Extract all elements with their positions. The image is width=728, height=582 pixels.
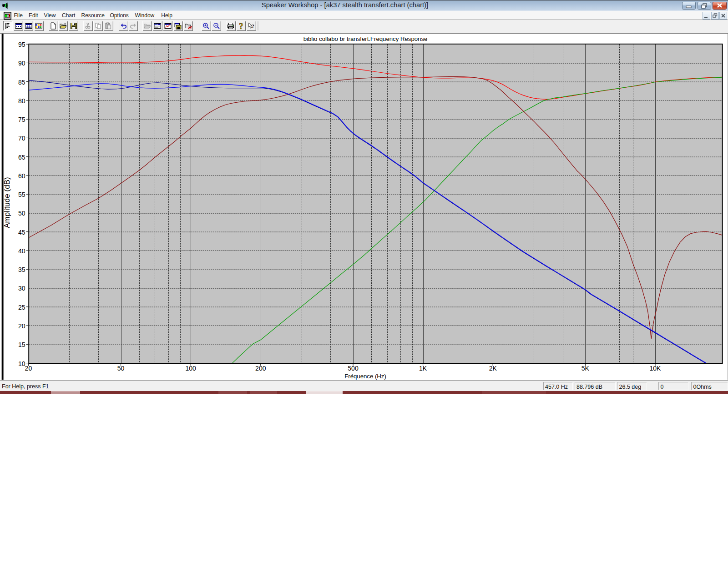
svg-text:200: 200 <box>255 365 266 372</box>
svg-text:35: 35 <box>18 266 25 274</box>
svg-text:50: 50 <box>18 210 25 217</box>
svg-text:Prop: Prop <box>155 24 158 25</box>
svg-text:55: 55 <box>18 191 25 199</box>
svg-text:60: 60 <box>18 172 25 180</box>
svg-text:20: 20 <box>25 365 32 372</box>
svg-text:80: 80 <box>18 97 25 105</box>
svg-text:500: 500 <box>348 365 359 372</box>
svg-text:50: 50 <box>117 365 125 372</box>
svg-text:15: 15 <box>18 341 25 349</box>
svg-text:95: 95 <box>18 41 25 48</box>
svg-text:1K: 1K <box>419 365 427 372</box>
svg-text:?: ? <box>252 23 255 29</box>
svg-text:65: 65 <box>18 154 25 161</box>
svg-text:25: 25 <box>18 304 25 311</box>
svg-text:2K: 2K <box>489 365 497 372</box>
svg-text:biblio collabo br transfert.Fr: biblio collabo br transfert.Frequency Re… <box>303 35 428 42</box>
svg-text:70: 70 <box>18 135 25 142</box>
svg-text:Fréquence (Hz): Fréquence (Hz) <box>344 373 386 380</box>
svg-text:40: 40 <box>18 247 25 255</box>
svg-text:5K: 5K <box>581 365 590 372</box>
svg-text:30: 30 <box>18 285 25 292</box>
svg-text:Amplitude (dB): Amplitude (dB) <box>3 177 11 228</box>
svg-text:100: 100 <box>186 365 197 372</box>
svg-text:20: 20 <box>18 322 25 330</box>
svg-text:10: 10 <box>18 360 25 367</box>
svg-text:90: 90 <box>18 60 25 67</box>
svg-text:?: ? <box>239 22 243 30</box>
svg-text:10K: 10K <box>650 365 662 372</box>
svg-text:75: 75 <box>18 116 25 124</box>
svg-text:45: 45 <box>18 229 25 236</box>
svg-text:85: 85 <box>18 79 25 86</box>
